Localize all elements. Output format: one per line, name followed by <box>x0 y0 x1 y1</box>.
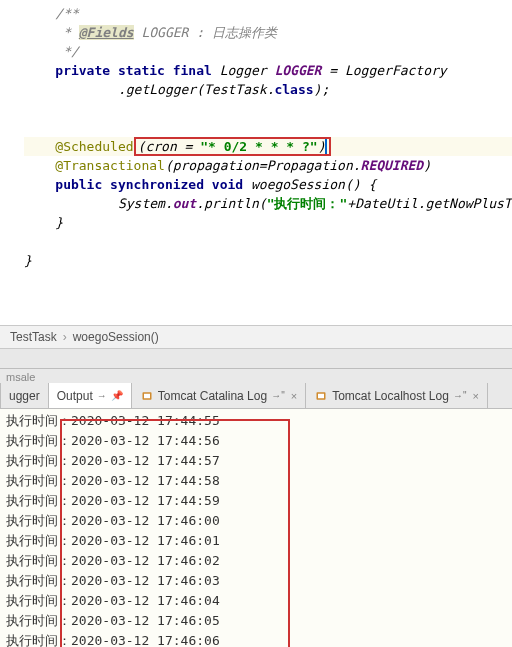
code-editor[interactable]: /** * @Fields LOGGER : 日志操作类 */ private … <box>0 0 512 325</box>
console-output[interactable]: 执行时间：2020-03-12 17:44:55执行时间：2020-03-12 … <box>0 409 512 647</box>
cron-highlight-box: (cron = "* 0/2 * * * ?") <box>134 137 332 156</box>
comment-line: /** <box>24 4 512 23</box>
console-line: 执行时间：2020-03-12 17:46:00 <box>6 511 512 531</box>
code-line: private static final Logger LOGGER = Log… <box>24 61 512 80</box>
console-line: 执行时间：2020-03-12 17:44:59 <box>6 491 512 511</box>
tab-catalina-log[interactable]: Tomcat Catalina Log →" × <box>132 383 306 408</box>
close-icon[interactable]: × <box>291 390 297 402</box>
console-line: 执行时间：2020-03-12 17:44:58 <box>6 471 512 491</box>
console-line: 执行时间：2020-03-12 17:46:01 <box>6 531 512 551</box>
panel-label: msale <box>0 369 512 383</box>
blank-line <box>24 118 512 137</box>
blank-line <box>24 232 512 251</box>
breadcrumb-item[interactable]: woegoSession() <box>73 330 159 344</box>
console-line: 执行时间：2020-03-12 17:46:05 <box>6 611 512 631</box>
transactional-annotation-line: @Transactional(propagation=Propagation.R… <box>24 156 512 175</box>
comment-line: */ <box>24 42 512 61</box>
tab-output[interactable]: Output → 📌 <box>49 383 132 408</box>
panel-divider[interactable] <box>0 349 512 369</box>
blank-line <box>24 270 512 289</box>
console-line: 执行时间：2020-03-12 17:44:55 <box>6 411 512 431</box>
code-line: } <box>24 213 512 232</box>
console-line: 执行时间：2020-03-12 17:44:57 <box>6 451 512 471</box>
console-line: 执行时间：2020-03-12 17:44:56 <box>6 431 512 451</box>
arrow-right-icon: →" <box>453 390 467 401</box>
tomcat-icon <box>140 389 154 403</box>
breadcrumb-item[interactable]: TestTask <box>10 330 57 344</box>
code-line: .getLogger(TestTask.class); <box>24 80 512 99</box>
arrow-right-icon: →" <box>271 390 285 401</box>
doc-tag: @Fields <box>79 25 134 40</box>
code-line: System.out.println("执行时间："+DateUtil.getN… <box>24 194 512 213</box>
tomcat-icon <box>314 389 328 403</box>
output-tabs: ugger Output → 📌 Tomcat Catalina Log →" … <box>0 383 512 409</box>
console-line: 执行时间：2020-03-12 17:46:02 <box>6 551 512 571</box>
scheduled-annotation-line: @Scheduled(cron = "* 0/2 * * * ?") <box>24 137 512 156</box>
tab-localhost-log[interactable]: Tomcat Localhost Log →" × <box>306 383 488 408</box>
comment-line: * @Fields LOGGER : 日志操作类 <box>24 23 512 42</box>
tab-debugger[interactable]: ugger <box>0 383 49 408</box>
console-line: 执行时间：2020-03-12 17:46:04 <box>6 591 512 611</box>
blank-line <box>24 99 512 118</box>
svg-rect-3 <box>318 393 324 398</box>
pin-icon[interactable]: 📌 <box>111 390 123 401</box>
console-line: 执行时间：2020-03-12 17:46:03 <box>6 571 512 591</box>
close-icon[interactable]: × <box>472 390 478 402</box>
svg-rect-1 <box>144 393 150 398</box>
console-line: 执行时间：2020-03-12 17:46:06 <box>6 631 512 647</box>
breadcrumb-separator: › <box>63 330 67 344</box>
breadcrumb[interactable]: TestTask › woegoSession() <box>0 325 512 349</box>
code-line: } <box>24 251 512 270</box>
arrow-right-icon: → <box>97 390 107 401</box>
method-signature: public synchronized void woegoSession() … <box>24 175 512 194</box>
